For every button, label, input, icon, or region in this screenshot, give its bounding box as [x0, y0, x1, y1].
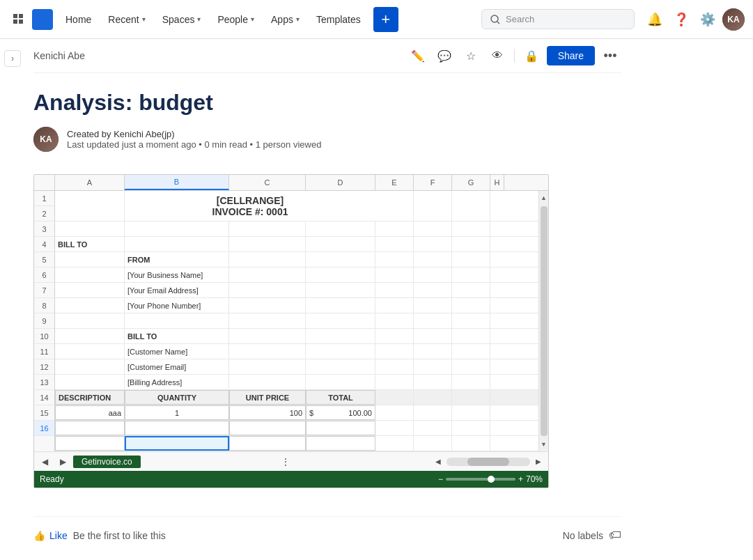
cell-f11[interactable] — [414, 359, 452, 374]
cell-c15[interactable] — [229, 421, 306, 435]
cell-f15[interactable] — [414, 421, 452, 435]
cell-a5[interactable] — [55, 267, 125, 282]
comment-button[interactable]: 💬 — [433, 45, 456, 67]
price-header[interactable]: UNIT PRICE — [229, 390, 306, 405]
spreadsheet-embed[interactable]: A B C D E F G H 1 2 3 4 5 6 7 — [33, 174, 549, 488]
cell-invoice-header[interactable]: [CELLRANGE] INVOICE #: 0001 — [125, 191, 375, 221]
cell-d7[interactable] — [306, 298, 375, 313]
cell-c12[interactable] — [229, 375, 306, 389]
cell-f8[interactable] — [414, 313, 452, 328]
star-button[interactable]: ☆ — [460, 45, 482, 67]
cell-f6[interactable] — [414, 283, 452, 297]
scroll-left-arrow[interactable]: ◀ — [431, 455, 445, 469]
prev-sheet-button[interactable]: ◀ — [37, 454, 52, 469]
cell-g3[interactable] — [452, 237, 490, 251]
cell-b16-selected[interactable] — [125, 436, 229, 451]
cell-f4[interactable] — [414, 252, 452, 267]
more-options-button[interactable]: ••• — [599, 45, 621, 67]
zoom-minus-icon[interactable]: − — [438, 474, 443, 484]
cell-b15[interactable] — [125, 421, 229, 435]
cell-b6[interactable]: [Your Email Address] — [125, 283, 229, 297]
cell-a11[interactable] — [55, 359, 125, 374]
cell-f10[interactable] — [414, 344, 452, 359]
cell-b14[interactable]: 1 — [125, 405, 229, 420]
total-header[interactable]: TOTAL — [306, 390, 375, 405]
cell-b3[interactable] — [125, 237, 229, 251]
help-icon[interactable]: ❓ — [669, 8, 693, 31]
grid-menu-icon[interactable] — [8, 9, 29, 30]
cell-c9[interactable] — [229, 329, 306, 343]
zoom-plus-icon[interactable]: + — [518, 474, 523, 484]
cell-a12[interactable] — [55, 375, 125, 389]
templates-nav-link[interactable]: Templates — [309, 10, 368, 29]
cell-e3[interactable] — [375, 237, 414, 251]
cell-c16[interactable] — [229, 436, 306, 451]
sheet-cells[interactable]: [CELLRANGE] INVOICE #: 0001 — [55, 191, 538, 451]
confluence-logo[interactable] — [32, 9, 53, 30]
sheet-more-options[interactable]: ⋮ — [281, 456, 290, 467]
cell-g16[interactable] — [452, 436, 490, 451]
cell-g13[interactable] — [452, 390, 490, 405]
cell-c7[interactable] — [229, 298, 306, 313]
cell-f5[interactable] — [414, 267, 452, 282]
cell-b10[interactable]: [Customer Name] — [125, 344, 229, 359]
restrict-button[interactable]: 🔒 — [520, 45, 543, 67]
scroll-thumb-v[interactable] — [541, 206, 548, 436]
cell-f12[interactable] — [414, 375, 452, 389]
scroll-up-arrow[interactable]: ▲ — [540, 191, 548, 205]
share-button[interactable]: Share — [547, 46, 595, 65]
cell-c2[interactable] — [229, 221, 306, 236]
cell-e6[interactable] — [375, 283, 414, 297]
cell-a16[interactable] — [55, 436, 125, 451]
cell-d4[interactable] — [306, 252, 375, 267]
next-sheet-button[interactable]: ▶ — [55, 454, 70, 469]
cell-b7[interactable]: [Your Phone Number] — [125, 298, 229, 313]
cell-b2[interactable] — [125, 221, 229, 236]
cell-d3[interactable] — [306, 237, 375, 251]
cell-f2[interactable] — [414, 221, 452, 236]
cell-e15[interactable] — [375, 421, 414, 435]
cell-d5[interactable] — [306, 267, 375, 282]
scroll-right-arrow[interactable]: ▶ — [531, 455, 545, 469]
cell-d8[interactable] — [306, 313, 375, 328]
cell-e7[interactable] — [375, 298, 414, 313]
cell-e8[interactable] — [375, 313, 414, 328]
cell-g14[interactable] — [452, 405, 490, 420]
cell-f13[interactable] — [414, 390, 452, 405]
cell-g10[interactable] — [452, 344, 490, 359]
cell-b9[interactable]: BILL TO — [125, 329, 229, 343]
cell-e5[interactable] — [375, 267, 414, 282]
cell-e12[interactable] — [375, 375, 414, 389]
cell-c4[interactable] — [229, 252, 306, 267]
cell-b11[interactable]: [Customer Email] — [125, 359, 229, 374]
people-nav-link[interactable]: People ▾ — [210, 10, 261, 29]
cell-e11[interactable] — [375, 359, 414, 374]
cell-d11[interactable] — [306, 359, 375, 374]
cell-c3[interactable] — [229, 237, 306, 251]
cell-a7[interactable] — [55, 298, 125, 313]
cell-e2[interactable] — [375, 221, 414, 236]
cell-a9[interactable] — [55, 329, 125, 343]
cell-c11[interactable] — [229, 359, 306, 374]
cell-g12[interactable] — [452, 375, 490, 389]
cell-d12[interactable] — [306, 375, 375, 389]
sidebar-toggle-button[interactable]: › — [4, 50, 21, 67]
cell-g2[interactable] — [452, 221, 490, 236]
cell-a1[interactable] — [55, 191, 125, 221]
cell-d15[interactable] — [306, 421, 375, 435]
cell-e10[interactable] — [375, 344, 414, 359]
cell-e16[interactable] — [375, 436, 414, 451]
scroll-thumb-h[interactable] — [467, 458, 509, 466]
notifications-icon[interactable]: 🔔 — [643, 8, 667, 31]
cell-c5[interactable] — [229, 267, 306, 282]
cell-f16[interactable] — [414, 436, 452, 451]
cell-b8[interactable] — [125, 313, 229, 328]
cell-f1[interactable] — [414, 191, 452, 221]
cell-g6[interactable] — [452, 283, 490, 297]
scroll-down-arrow[interactable]: ▼ — [540, 437, 548, 451]
spaces-nav-link[interactable]: Spaces ▾ — [155, 10, 208, 29]
cell-a15[interactable] — [55, 421, 125, 435]
cell-b4[interactable]: FROM — [125, 252, 229, 267]
cell-b12[interactable]: [Billing Address] — [125, 375, 229, 389]
cell-g5[interactable] — [452, 267, 490, 282]
